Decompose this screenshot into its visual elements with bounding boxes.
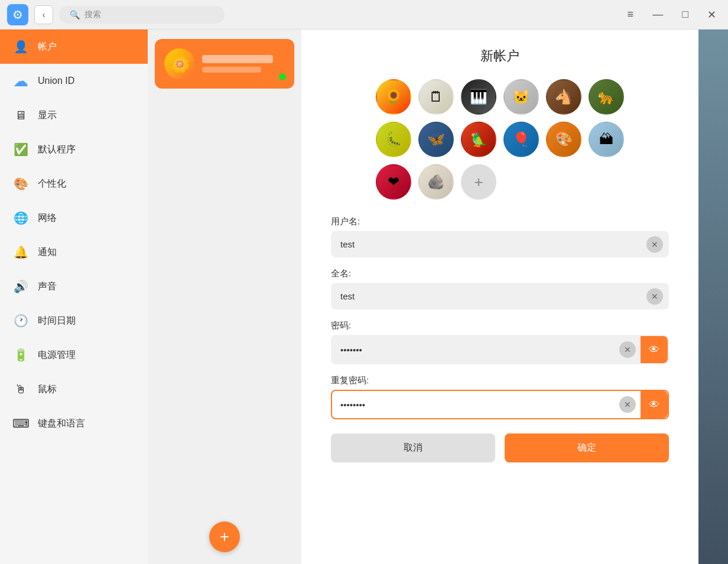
password-input-row: ✕ 👁	[331, 335, 669, 364]
sidebar-item-label: 电源管理	[38, 349, 76, 361]
fullname-label: 全名:	[331, 268, 669, 279]
main-layout: 👤 帐户 ☁ Union ID 🖥 显示 ✅ 默认程序 🎨 个性化 🌐 网络 🔔…	[0, 30, 728, 564]
avatar-add-button[interactable]: +	[461, 164, 496, 200]
avatar-option-4[interactable]: 🐱	[503, 79, 539, 115]
avatar-option-12[interactable]: 🏔	[589, 122, 624, 157]
default-app-icon: ✅	[12, 141, 30, 158]
personalize-icon: 🎨	[12, 175, 30, 193]
union-id-icon: ☁	[12, 72, 30, 90]
sidebar-item-label: 网络	[38, 212, 57, 224]
cancel-button[interactable]: 取消	[331, 433, 495, 462]
avatar-option-13[interactable]: ❤	[376, 164, 411, 200]
avatar-option-2[interactable]: 🗒	[418, 79, 454, 115]
keyboard-icon: ⌨	[12, 415, 30, 432]
notification-icon: 🔔	[12, 243, 30, 261]
form-buttons: 取消 确定	[331, 433, 669, 462]
menu-button[interactable]: ≡	[623, 6, 639, 23]
account-name	[202, 55, 273, 63]
wallpaper-strip	[698, 30, 728, 564]
repeat-password-input[interactable]	[332, 393, 619, 417]
avatar-option-5[interactable]: 🐴	[546, 79, 581, 115]
new-account-form: 新帐户 🌻 🗒 🎹 🐱 🐴 🐆 🐛 🦋 🦜 🎈 🎨 🏔 ❤ 🪨 +	[301, 30, 698, 564]
avatar-option-7[interactable]: 🐛	[376, 122, 411, 157]
datetime-icon: 🕐	[12, 312, 30, 330]
account-sub	[202, 67, 261, 73]
sidebar-item-account[interactable]: 👤 帐户	[0, 30, 148, 64]
sidebar-item-label: 时间日期	[38, 315, 76, 327]
sidebar-item-label: 鼠标	[38, 383, 57, 396]
avatar-grid: 🌻 🗒 🎹 🐱 🐴 🐆 🐛 🦋 🦜 🎈 🎨 🏔 ❤ 🪨 +	[331, 79, 669, 200]
account-icon: 👤	[12, 38, 30, 56]
sidebar-item-label: 键盘和语言	[38, 418, 85, 430]
back-button[interactable]: ‹	[34, 5, 53, 24]
fullname-clear-button[interactable]: ✕	[646, 288, 663, 305]
password-input[interactable]	[332, 338, 619, 362]
sidebar-item-datetime[interactable]: 🕐 时间日期	[0, 304, 148, 338]
avatar-option-11[interactable]: 🎨	[546, 122, 581, 157]
username-label: 用户名:	[331, 216, 669, 227]
repeat-password-group: 重复密码: ✕ 👁	[331, 375, 669, 419]
add-account-button[interactable]: +	[209, 521, 240, 552]
sidebar-item-keyboard[interactable]: ⌨ 键盘和语言	[0, 406, 148, 441]
avatar-option-10[interactable]: 🎈	[503, 122, 539, 157]
sidebar-item-label: 个性化	[38, 178, 66, 190]
sidebar-item-union-id[interactable]: ☁ Union ID	[0, 64, 148, 98]
sound-icon: 🔊	[12, 278, 30, 295]
avatar-option-1[interactable]: 🌻	[376, 79, 411, 115]
sidebar-item-network[interactable]: 🌐 网络	[0, 201, 148, 235]
sidebar-item-notification[interactable]: 🔔 通知	[0, 235, 148, 269]
sidebar-item-mouse[interactable]: 🖱 鼠标	[0, 372, 148, 406]
minimize-button[interactable]: —	[648, 6, 668, 23]
repeat-password-label: 重复密码:	[331, 375, 669, 386]
mouse-icon: 🖱	[12, 380, 30, 398]
close-button[interactable]: ✕	[703, 6, 721, 24]
titlebar: ⚙ ‹ 🔍 搜索 ≡ — □ ✕	[0, 0, 728, 30]
avatar-option-14[interactable]: 🪨	[418, 164, 454, 200]
avatar-option-9[interactable]: 🦜	[461, 122, 496, 157]
account-list-panel: 🌼 +	[148, 30, 301, 564]
fullname-group: 全名: ✕	[331, 268, 669, 309]
username-input-row: ✕	[331, 231, 669, 257]
display-icon: 🖥	[12, 106, 30, 124]
power-icon: 🔋	[12, 346, 30, 364]
sidebar-item-display[interactable]: 🖥 显示	[0, 98, 148, 132]
search-bar[interactable]: 🔍 搜索	[59, 6, 225, 24]
titlebar-left: ⚙ ‹ 🔍 搜索	[7, 4, 225, 25]
repeat-password-clear-button[interactable]: ✕	[619, 396, 636, 413]
repeat-password-toggle-visibility[interactable]: 👁	[641, 391, 668, 418]
password-clear-button[interactable]: ✕	[619, 341, 636, 358]
password-group: 密码: ✕ 👁	[331, 320, 669, 364]
username-clear-button[interactable]: ✕	[646, 236, 663, 253]
username-group: 用户名: ✕	[331, 216, 669, 257]
sidebar-item-sound[interactable]: 🔊 声音	[0, 269, 148, 304]
sidebar-item-label: Union ID	[38, 76, 74, 86]
sidebar: 👤 帐户 ☁ Union ID 🖥 显示 ✅ 默认程序 🎨 个性化 🌐 网络 🔔…	[0, 30, 148, 564]
password-toggle-visibility[interactable]: 👁	[641, 336, 668, 363]
app-icon: ⚙	[7, 4, 28, 25]
avatar-option-3[interactable]: 🎹	[461, 79, 496, 115]
avatar-option-6[interactable]: 🐆	[589, 79, 624, 115]
sidebar-item-power[interactable]: 🔋 电源管理	[0, 338, 148, 372]
password-label: 密码:	[331, 320, 669, 331]
sidebar-item-default-app[interactable]: ✅ 默认程序	[0, 132, 148, 167]
fullname-input[interactable]	[332, 284, 646, 308]
sidebar-item-label: 显示	[38, 109, 57, 122]
search-placeholder: 搜索	[84, 9, 101, 20]
titlebar-right: ≡ — □ ✕	[623, 6, 721, 24]
content-area: 🌼 + 新帐户 🌻 🗒 🎹 🐱 🐴 🐆 🐛	[148, 30, 728, 564]
sidebar-item-personalize[interactable]: 🎨 个性化	[0, 167, 148, 201]
account-card[interactable]: 🌼	[155, 39, 294, 89]
network-icon: 🌐	[12, 209, 30, 227]
maximize-button[interactable]: □	[677, 6, 693, 23]
search-icon: 🔍	[70, 10, 80, 19]
confirm-button[interactable]: 确定	[505, 433, 669, 462]
avatar: 🌼	[164, 48, 195, 79]
sidebar-item-label: 声音	[38, 281, 57, 293]
username-input[interactable]	[332, 232, 646, 256]
online-status	[279, 73, 286, 80]
sidebar-item-label: 通知	[38, 246, 57, 259]
sidebar-item-label: 帐户	[38, 41, 57, 53]
avatar-option-8[interactable]: 🦋	[418, 122, 454, 157]
fullname-input-row: ✕	[331, 283, 669, 309]
form-title: 新帐户	[331, 47, 669, 65]
